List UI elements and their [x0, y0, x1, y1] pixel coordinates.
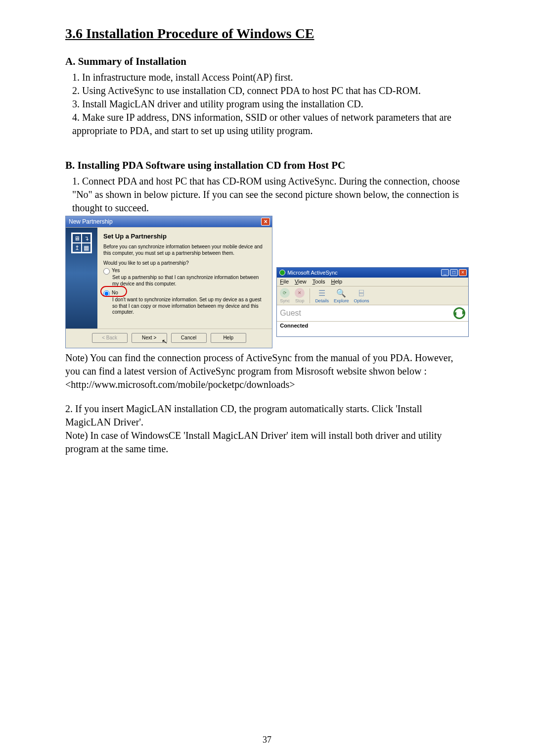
cancel-button[interactable]: Cancel [171, 333, 207, 343]
radio-no-input[interactable] [103, 290, 110, 297]
stop-icon: ✕ [295, 288, 305, 298]
activesync-window: Microsoft ActiveSync _ □ × File View Too… [276, 267, 469, 337]
dialog-titlebar: New Partnership × [66, 216, 272, 227]
next-button[interactable]: Next > ↖ [132, 333, 167, 343]
details-icon: ☰ [317, 288, 327, 298]
radio-yes-input[interactable] [103, 268, 110, 275]
toolbar-explore-label: Explore [334, 298, 349, 303]
close-icon[interactable]: × [261, 218, 270, 226]
toolbar-stop[interactable]: ✕ Stop [295, 288, 305, 303]
status-guest: Guest [280, 309, 301, 318]
new-partnership-dialog: New Partnership × 🖥↴↥▦ Set Up a Partners… [65, 216, 272, 348]
section-a-item-3: 3. Install MagicLAN driver and utility p… [72, 97, 469, 111]
toolbar-details-label: Details [315, 298, 329, 303]
dialog-title-text: New Partnership [69, 218, 113, 225]
partnership-icon: 🖥↴↥▦ [71, 233, 92, 253]
options-icon: ⌸ [356, 288, 366, 298]
section-a-item-4: 4. Make sure IP address, DNS information… [72, 111, 469, 138]
section-a-item-1: 1. In infrastructure mode, install Acces… [72, 71, 469, 84]
explore-icon: 🔍 [336, 288, 346, 298]
dialog-question: Would you like to set up a partnership? [103, 260, 265, 266]
toolbar-options[interactable]: ⌸ Options [354, 288, 369, 303]
cursor-icon: ↖ [161, 337, 168, 346]
note-1: Note) You can find the connection proces… [65, 351, 469, 378]
radio-yes[interactable]: Yes [103, 268, 265, 275]
next-button-label: Next > [142, 335, 156, 340]
menu-bar: File View Tools Help [277, 278, 468, 286]
note-2: Note) In case of WindowsCE 'Install Magi… [65, 429, 469, 456]
section-b-intro: 1. Connect PDA and host PC that has CD-R… [72, 175, 469, 215]
step-2: 2. If you insert MagicLAN installation C… [65, 402, 469, 429]
dialog-desc: Before you can synchronize information b… [103, 244, 265, 256]
download-url: <http://www.microsoft.com/mobile/pocketp… [65, 378, 469, 391]
section-a-item-2: 2. Using ActiveSync to use installation … [72, 84, 469, 97]
radio-no[interactable]: No [103, 290, 265, 297]
menu-tools[interactable]: Tools [312, 279, 325, 285]
toolbar: ⟳ Sync ✕ Stop ☰ Details 🔍 Explore ⌸ Opti… [277, 286, 468, 305]
toolbar-explore[interactable]: 🔍 Explore [334, 288, 349, 303]
dialog-heading: Set Up a Partnership [103, 233, 265, 240]
sync-spinner-icon [453, 307, 465, 319]
toolbar-separator [310, 288, 310, 303]
sync-icon: ⟳ [280, 288, 290, 298]
status-row-top: Guest [277, 305, 468, 322]
toolbar-options-label: Options [354, 298, 369, 303]
dialog-button-row: < Back Next > ↖ Cancel Help [66, 329, 272, 348]
radio-yes-desc: Set up a partnership so that I can synch… [112, 275, 265, 287]
help-button[interactable]: Help [211, 333, 246, 343]
radio-yes-label: Yes [112, 268, 120, 275]
close-icon[interactable]: × [459, 269, 467, 276]
toolbar-sync[interactable]: ⟳ Sync [280, 288, 290, 303]
page-number: 37 [0, 735, 534, 745]
maximize-icon[interactable]: □ [450, 269, 458, 276]
section-b-heading: B. Installing PDA Software using install… [65, 159, 469, 172]
back-button: < Back [92, 333, 128, 343]
toolbar-stop-label: Stop [295, 298, 305, 303]
activesync-icon [279, 270, 285, 276]
status-row-bottom: Connected [277, 322, 468, 336]
activesync-title-text: Microsoft ActiveSync [287, 270, 337, 276]
section-title: 3.6 Installation Procedure of Windows CE [65, 26, 469, 42]
minimize-icon[interactable]: _ [441, 269, 449, 276]
menu-file[interactable]: File [280, 279, 289, 285]
section-a-heading: A. Summary of Installation [65, 55, 469, 68]
menu-view[interactable]: View [295, 279, 307, 285]
toolbar-sync-label: Sync [280, 298, 290, 303]
status-connected: Connected [280, 323, 308, 329]
radio-no-desc: I don't want to synchronize information.… [112, 297, 265, 316]
activesync-titlebar: Microsoft ActiveSync _ □ × [277, 268, 468, 278]
radio-no-label: No [112, 290, 118, 297]
toolbar-details[interactable]: ☰ Details [315, 288, 329, 303]
menu-help[interactable]: Help [331, 279, 342, 285]
dialog-side-graphic: 🖥↴↥▦ [66, 228, 97, 329]
